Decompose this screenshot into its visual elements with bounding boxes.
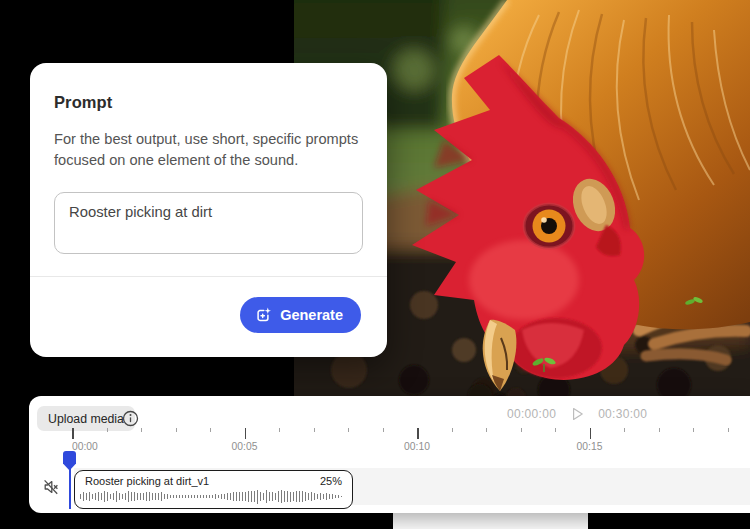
play-icon[interactable]	[569, 406, 585, 422]
generate-button[interactable]: Generate	[240, 297, 361, 333]
clip-title: Rooster picking at dirt_v1	[85, 475, 209, 487]
prompt-input[interactable]	[54, 192, 363, 254]
total-duration: 00:30:00	[598, 407, 647, 421]
current-time: 00:00:00	[507, 407, 556, 421]
timeline-ruler[interactable]: 00:0000:0500:1000:15	[29, 426, 750, 452]
clip-waveform	[80, 488, 347, 505]
generate-button-label: Generate	[280, 307, 343, 323]
timeline-panel: Upload media 00:00:00 00:30:00 00:0000:0…	[29, 396, 750, 513]
prompt-card: Prompt For the best output, use short, s…	[30, 63, 387, 357]
muted-speaker-icon[interactable]	[42, 478, 60, 496]
transport-controls: 00:00:00 00:30:00	[507, 406, 647, 422]
bottom-page-section	[393, 513, 588, 529]
card-footer: Generate	[240, 297, 361, 333]
clip-header: Rooster picking at dirt_v1 25%	[75, 471, 352, 487]
audio-clip[interactable]: Rooster picking at dirt_v1 25%	[74, 470, 353, 509]
playhead-marker[interactable]	[63, 451, 76, 475]
generate-sparkle-icon	[255, 307, 272, 324]
card-divider	[30, 276, 387, 277]
clip-volume: 25%	[320, 475, 342, 487]
prompt-description: For the best output, use short, specific…	[54, 129, 370, 170]
firefly-sound-effects-screen: Prompt For the best output, use short, s…	[0, 0, 750, 529]
prompt-card-title: Prompt	[54, 93, 363, 112]
info-icon[interactable]	[122, 410, 139, 427]
